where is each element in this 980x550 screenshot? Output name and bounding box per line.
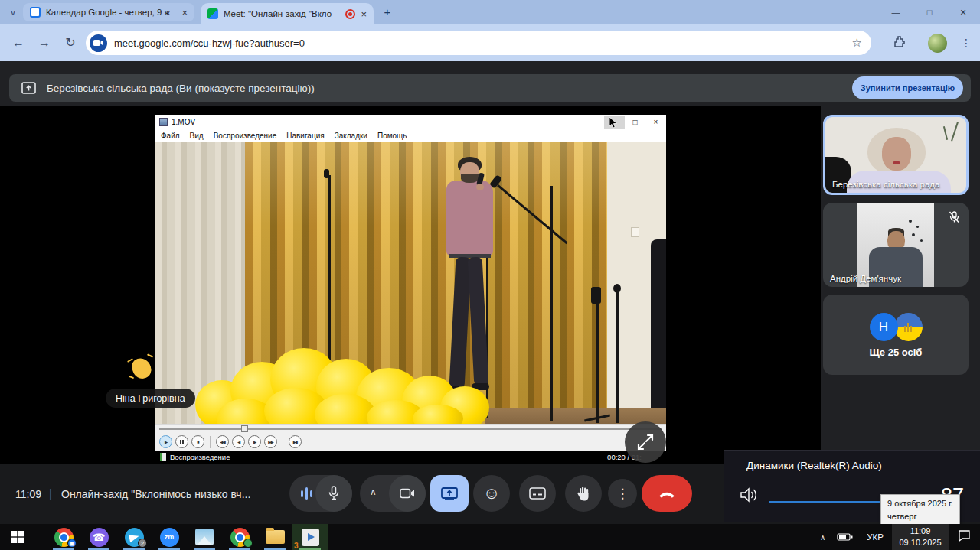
microphone-icon[interactable]	[315, 475, 352, 512]
divider: |	[49, 487, 52, 500]
mouse-cursor	[609, 117, 619, 129]
taskbar-clock[interactable]: 11:09 09.10.2025	[892, 524, 949, 550]
camera-stand	[596, 301, 599, 423]
tray-chevron-icon[interactable]: ∧	[813, 533, 832, 542]
skip-forward-button[interactable]: ▶▶	[264, 435, 277, 448]
start-button[interactable]	[0, 524, 35, 550]
menu-navigation[interactable]: Навигация	[286, 132, 324, 140]
photos-icon	[195, 529, 214, 545]
taskbar-zoom[interactable]: zm	[152, 524, 187, 550]
mic-control[interactable]	[289, 475, 352, 512]
audio-activity-icon	[301, 487, 312, 500]
reaction-sender-name: Ніна Григорівна	[106, 389, 195, 408]
forward-button[interactable]: ▶	[248, 435, 261, 448]
player-maximize-button[interactable]: □	[625, 116, 645, 129]
folder-icon	[266, 530, 285, 544]
camera-icon[interactable]	[389, 475, 426, 512]
back-button[interactable]: ←	[9, 34, 28, 52]
frame-step-button[interactable]: ▶▮	[289, 435, 302, 448]
meeting-title: Онлайн-захід "Вклонімось низько вч...	[61, 488, 276, 500]
person-at-edge	[651, 239, 666, 424]
recording-indicator-icon	[345, 9, 355, 19]
present-screen-icon	[21, 82, 36, 94]
mic-clip	[324, 169, 329, 178]
action-center-icon[interactable]	[949, 529, 980, 545]
window-minimize-button[interactable]: —	[879, 0, 913, 24]
skip-back-button[interactable]: ◀◀	[216, 435, 229, 448]
extensions-icon[interactable]	[893, 35, 906, 51]
forward-button[interactable]: →	[35, 34, 54, 52]
meet-camera-icon	[90, 34, 107, 52]
play-button[interactable]: ▶	[159, 435, 172, 448]
phone-hangup-icon	[658, 490, 676, 498]
taskbar-file-explorer[interactable]	[257, 524, 292, 550]
window-maximize-button[interactable]: □	[913, 0, 946, 24]
light-switch	[631, 227, 639, 237]
new-tab-button[interactable]: +	[380, 5, 395, 20]
participant-avatar-letter: Н	[870, 313, 898, 341]
present-screen-button[interactable]	[430, 475, 469, 512]
player-title-bar[interactable]: 1.MOV □ ×	[155, 115, 666, 129]
bookmark-star-icon[interactable]: ☆	[852, 36, 862, 50]
taskbar-photos[interactable]	[187, 524, 222, 550]
menu-file[interactable]: Файл	[161, 132, 180, 140]
mounted-phone	[591, 287, 601, 304]
presentation-banner: Березівська сільська рада (Ви (показуєте…	[9, 74, 971, 102]
trident-icon	[904, 323, 913, 332]
menu-help[interactable]: Помощь	[377, 132, 407, 140]
tab-calendar[interactable]: Календар Google - четвер, 9 ж ×	[23, 3, 194, 21]
system-tray: ∧ УКР 11:09 09.10.2025	[813, 524, 980, 550]
captions-button[interactable]	[519, 475, 556, 512]
app-badge-icon	[243, 539, 253, 548]
chevron-up-icon[interactable]: ∧	[370, 487, 377, 497]
date-tooltip: 9 октября 2025 г. четверг	[880, 494, 960, 526]
rewind-button[interactable]: ◀	[232, 435, 245, 448]
battery-icon[interactable]	[832, 532, 858, 542]
taskbar-telegram[interactable]: 2	[116, 524, 152, 550]
taskbar-media-player[interactable]: 3	[292, 524, 328, 550]
tab-search-button[interactable]: v	[6, 5, 20, 19]
pause-button[interactable]	[175, 435, 188, 448]
tab-meet[interactable]: Meet: "Онлайн-захід "Вкло ×	[201, 3, 374, 24]
muted-mic-icon	[945, 208, 963, 226]
tooltip-weekday: четверг	[887, 510, 953, 523]
more-options-button[interactable]: ⋮	[608, 479, 637, 508]
hand-icon	[577, 487, 590, 501]
reload-button[interactable]: ↻	[61, 34, 80, 52]
seek-bar[interactable]	[155, 424, 666, 433]
kebab-menu-icon: ⋮	[616, 486, 629, 502]
browser-menu-icon[interactable]: ⋮	[959, 34, 974, 52]
raise-hand-button[interactable]	[565, 475, 602, 512]
taskbar-viber[interactable]: ☎	[81, 524, 116, 550]
taskbar-chrome-2[interactable]	[222, 524, 257, 550]
menu-view[interactable]: Вид	[190, 132, 204, 140]
taskbar-chrome-sharing[interactable]: ▣	[46, 524, 81, 550]
stop-button[interactable]: ■	[191, 435, 204, 448]
reactions-button[interactable]: ☺	[473, 475, 510, 512]
media-player-app-icon	[159, 118, 168, 126]
participant-tile[interactable]: Андрій Дем'янчук	[823, 203, 969, 287]
google-meet-icon	[207, 8, 218, 19]
speaker-icon[interactable]	[740, 487, 759, 506]
expand-presentation-button[interactable]	[625, 421, 666, 463]
end-call-button[interactable]	[642, 475, 692, 512]
tab-close-icon[interactable]: ×	[181, 7, 188, 18]
address-bar[interactable]: meet.google.com/ccu-hzwj-fue?authuser=0 …	[86, 31, 871, 55]
tab-close-icon[interactable]: ×	[361, 8, 367, 20]
seek-handle[interactable]	[241, 425, 248, 432]
window-close-button[interactable]: ×	[946, 0, 980, 24]
playback-status: Воспроизведение	[170, 453, 230, 461]
language-indicator[interactable]: УКР	[858, 532, 892, 542]
browser-profile-avatar[interactable]	[928, 34, 947, 53]
present-screen-icon	[441, 487, 458, 500]
player-close-button[interactable]: ×	[645, 116, 666, 129]
screen: v Календар Google - четвер, 9 ж × Meet: …	[0, 0, 980, 550]
more-participants-tile[interactable]: Н Ще 25 осіб	[823, 295, 969, 375]
menu-bookmarks[interactable]: Закладки	[335, 132, 368, 140]
camera-control[interactable]: ∧	[360, 475, 426, 512]
stop-presentation-button[interactable]: Зупинити презентацію	[852, 76, 963, 99]
menu-playback[interactable]: Воспроизведение	[214, 132, 277, 140]
audio-device-name: Динамики (Realtek(R) Audio)	[746, 460, 882, 471]
screen-share-badge-icon: ▣	[67, 539, 77, 548]
participant-tile-speaking[interactable]: Березівська сільська рада	[823, 115, 969, 195]
